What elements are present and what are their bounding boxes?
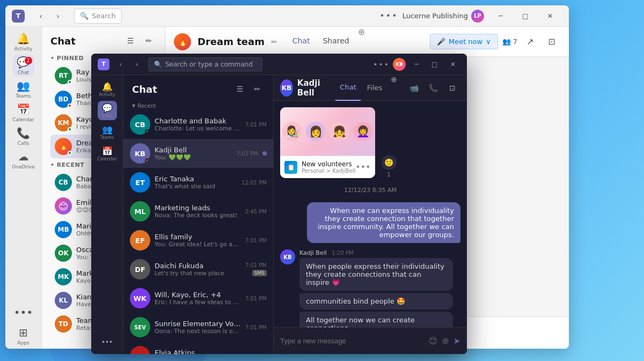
inner-search-bar[interactable]: 🔍 Search or type a command: [148, 57, 262, 71]
contact-name: Kadji Bell: [155, 146, 232, 154]
contact-time: 1:01 PM: [245, 353, 267, 355]
contact-info: Kadji Bell You: 💚💚💚: [155, 146, 232, 161]
add-button[interactable]: ⊕: [442, 336, 449, 346]
sidebar-item-teams[interactable]: 👥 Teams: [13, 78, 34, 100]
inner-chat-main: KB Kadji Bell Chat Files ⊕ 📹 📞 ⊡: [274, 75, 467, 354]
inner-screen-share-button[interactable]: ⊡: [444, 80, 460, 96]
avatar: BD: [55, 91, 72, 108]
meet-now-button[interactable]: 🎤 Meet now ∨: [430, 34, 498, 49]
inner-filter-button[interactable]: ☰: [232, 82, 247, 97]
minimize-button[interactable]: ─: [488, 8, 513, 25]
outer-titlebar: T ‹ › 🔍 Search ••• Lucerne Publishing LP…: [5, 5, 569, 27]
sidebar-item-apps[interactable]: ⊞ Apps: [13, 325, 34, 347]
inner-titlebar-actions: ••• KB ─ □ ✕: [373, 57, 460, 72]
inner-send-button[interactable]: ➤: [453, 336, 460, 346]
edit-icon[interactable]: ✏: [271, 38, 277, 46]
sidebar-item-more[interactable]: •••: [13, 301, 34, 323]
contact-name: Charlotte and Babak: [155, 117, 241, 125]
list-item[interactable]: ML Marketing leads Nova: The deck looks …: [123, 197, 273, 226]
status-dot: [68, 151, 72, 155]
inner-add-tab-button[interactable]: ⊕: [391, 75, 397, 101]
chat-label: Chat: [18, 70, 29, 75]
inner-sidebar-teams[interactable]: 👥 Teams: [98, 122, 117, 142]
status-dot: [145, 129, 150, 134]
close-button[interactable]: ✕: [538, 8, 562, 25]
list-item[interactable]: DF Daichi Fukuda Let's try that new plac…: [123, 255, 273, 284]
more-options-icon[interactable]: •••: [379, 11, 398, 21]
inner-sidebar-activity[interactable]: 🔔 Activity: [98, 79, 117, 99]
inner-tab-chat[interactable]: Chat: [335, 75, 360, 101]
sidebar-item-onedrive[interactable]: ☁ OneDrive: [13, 149, 34, 171]
shared-card-more-button[interactable]: •••: [355, 162, 370, 172]
inner-sidebar-calendar[interactable]: 📅 Calendar: [98, 144, 117, 163]
inner-tab-files[interactable]: Files: [363, 75, 387, 101]
list-item[interactable]: EA Elvia Atkins Meet you there! 1:01 PM: [123, 342, 273, 354]
inner-activity-icon: 🔔: [102, 82, 113, 92]
tab-chat[interactable]: Chat: [286, 27, 317, 57]
people-icon: 👥: [502, 38, 511, 46]
inner-new-chat-button[interactable]: ✏: [250, 82, 265, 97]
sms-badge: SMS: [252, 270, 267, 276]
share-button[interactable]: ↗: [522, 33, 539, 50]
sidebar-item-activity[interactable]: 🔔 Activity: [13, 31, 34, 53]
shared-card: 👩‍🎨 👩 👧 👩‍🦱 📋 New volunteers Personal > …: [280, 107, 375, 178]
filter-button[interactable]: ☰: [123, 33, 138, 48]
inner-sidebar-more[interactable]: •••: [98, 333, 117, 352]
inner-chat-list: Chat ☰ ✏ ▼ Recent CB Charlotte and Babak…: [123, 75, 274, 354]
inner-chat-label: Chat: [102, 114, 112, 119]
inner-message-input[interactable]: [280, 337, 425, 345]
chat-panel-header: Chat ☰ ✏: [42, 27, 165, 53]
inner-search-placeholder: Search or type a command: [165, 61, 253, 68]
back-button[interactable]: ‹: [33, 9, 48, 24]
new-chat-button[interactable]: ✏: [141, 33, 156, 48]
tab-shared[interactable]: Shared: [316, 27, 355, 57]
emoji-button[interactable]: 😊: [429, 336, 438, 346]
inner-sidebar-chat[interactable]: 💬 Chat: [98, 101, 117, 120]
sidebar-item-calls[interactable]: 📞 Calls: [13, 126, 34, 147]
inner-chat-list-icons: ☰ ✏: [232, 82, 265, 97]
inner-messages-area: 👩‍🎨 👩 👧 👩‍🦱 📋 New volunteers Personal > …: [274, 101, 467, 327]
list-item[interactable]: ET Eric Tanaka That's what she said 12:0…: [123, 168, 273, 197]
inner-maximize-button[interactable]: □: [427, 57, 442, 72]
contact-preview: Oona: The next lesson is on Mercury and …: [155, 328, 241, 335]
list-item[interactable]: WK Will, Kayo, Eric, +4 Eric: I have a f…: [123, 284, 273, 313]
sidebar-item-calendar[interactable]: 📅 Calendar: [13, 102, 34, 123]
forward-button[interactable]: ›: [50, 9, 65, 24]
contact-info: Sunrise Elementary Volunteers Oona: The …: [155, 320, 241, 335]
status-dot: [68, 127, 72, 131]
inner-forward-button[interactable]: ›: [130, 57, 144, 71]
channel-tabs: Chat Shared ⊕: [286, 27, 365, 57]
inner-call-button[interactable]: 📞: [425, 80, 441, 96]
contact-preview: That's what she said: [155, 183, 237, 190]
inner-back-button[interactable]: ‹: [114, 57, 128, 71]
titlebar-right: ••• Lucerne Publishing LP ─ □ ✕: [379, 8, 562, 25]
inner-more-icon[interactable]: •••: [373, 60, 390, 69]
list-item[interactable]: SEV Sunrise Elementary Volunteers Oona: …: [123, 313, 273, 342]
maximize-button[interactable]: □: [513, 8, 538, 25]
avatar: DF: [130, 259, 150, 279]
message-group-sent-1: When one can express individuality they …: [280, 202, 460, 245]
contact-time: 7:01 PM: [237, 151, 258, 157]
add-tab-button[interactable]: ⊕: [358, 27, 365, 57]
contact-name: Will, Kayo, Eric, +4: [155, 291, 241, 299]
status-dot: [145, 158, 150, 163]
list-item[interactable]: CB Charlotte and Babak Charlotte: Let us…: [123, 110, 273, 139]
contact-info: Marketing leads Nova: The deck looks gre…: [155, 204, 241, 219]
inner-minimize-button[interactable]: ─: [409, 57, 424, 72]
message-bubble-1: When people express their individuality …: [299, 258, 453, 291]
list-item[interactable]: KB Kadji Bell You: 💚💚💚 7:01 PM: [123, 139, 273, 168]
inner-close-button[interactable]: ✕: [445, 57, 460, 72]
sidebar-item-chat[interactable]: 💬 2 Chat: [13, 55, 34, 76]
inner-search-icon: 🔍: [154, 61, 162, 68]
outer-search-bar[interactable]: 🔍 Search: [74, 9, 122, 24]
inner-header-actions: 📹 📞 ⊡: [406, 80, 460, 96]
contact-name: Sunrise Elementary Volunteers: [155, 320, 241, 328]
outer-main-header: 🔥 Dream team ✏ Chat Shared ⊕ 🎤 Me: [165, 27, 569, 57]
inner-video-button[interactable]: 📹: [406, 80, 422, 96]
publisher-badge: Lucerne Publishing LP: [402, 10, 484, 23]
list-item[interactable]: EF Ellis family You: Great idea! Let's g…: [123, 226, 273, 255]
onedrive-label: OneDrive: [12, 164, 34, 170]
shared-card-container: 👩‍🎨 👩 👧 👩‍🦱 📋 New volunteers Personal > …: [280, 107, 460, 178]
inner-chat-user-name: Kadji Bell: [297, 78, 330, 98]
view-button[interactable]: ⊡: [543, 33, 560, 50]
